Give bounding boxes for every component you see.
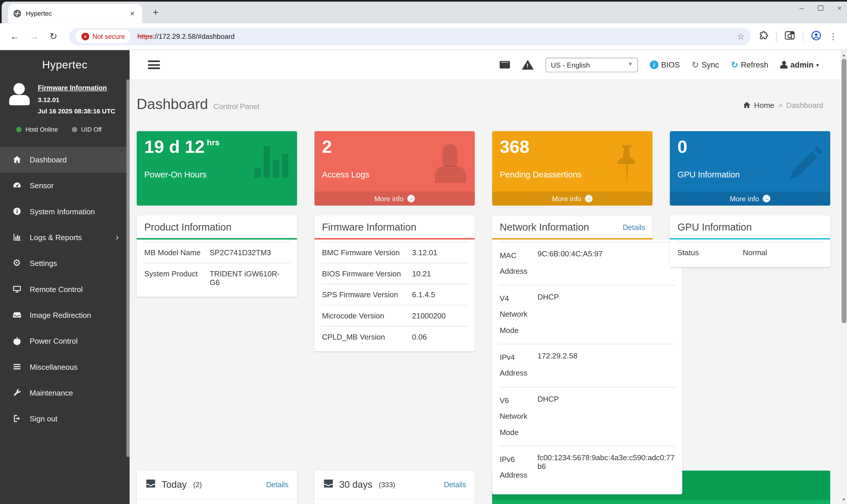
sidebar-item-sign-out[interactable]: Sign out: [0, 406, 130, 432]
firmware-information-link[interactable]: Firmware Information: [38, 82, 115, 94]
panel-title: Network Information: [500, 221, 589, 233]
not-secure-chip[interactable]: × Not secure: [76, 30, 131, 43]
refresh-button[interactable]: ↻ Refresh: [731, 60, 768, 70]
inbox-icon: [145, 479, 156, 491]
user-menu[interactable]: admin ▾: [780, 60, 819, 69]
sensor-status-message: All sensors are good now!: [492, 500, 830, 504]
chevron-right-icon: ›: [116, 232, 119, 243]
language-select[interactable]: US - English ▼: [546, 57, 638, 72]
sidebar-item-sensor[interactable]: Sensor: [0, 173, 130, 198]
scrollbar-thumb[interactable]: [841, 59, 846, 323]
tab-title: Hypertec: [26, 10, 128, 17]
sidebar-item-label: Miscellaneous: [30, 362, 77, 371]
product-information-panel: Product Information MB Model NameSP2C741…: [137, 215, 297, 297]
today-events-card: Today (2) Details: [137, 471, 297, 504]
app-topbar: ! US - English ▼ i BIOS ↻ Sync ↻: [130, 50, 847, 80]
breadcrumb: Home > Dashboard: [743, 101, 823, 109]
bookmark-star-icon[interactable]: ☆: [737, 32, 744, 41]
window-minimize-button[interactable]: –: [799, 3, 804, 13]
sync-button[interactable]: ↻ Sync: [692, 60, 719, 70]
forward-button[interactable]: →: [26, 29, 42, 44]
more-info-link[interactable]: More info →: [492, 192, 653, 205]
home-icon: [12, 155, 21, 164]
url-text: https://172.29.2.58/#dashboard: [138, 33, 235, 41]
gpu-information-panel: GPU Information StatusNormal: [670, 215, 830, 267]
hamburger-menu-icon[interactable]: [148, 60, 160, 69]
sidebar-item-label: System Information: [30, 207, 94, 216]
toolbar-divider: [776, 32, 777, 41]
url-scheme: https: [138, 33, 153, 41]
breadcrumb-separator: >: [778, 101, 782, 109]
scroll-up-arrow-icon[interactable]: ▲: [841, 51, 847, 58]
window-maximize-button[interactable]: [818, 5, 823, 11]
more-info-link[interactable]: More info →: [670, 192, 830, 205]
sidebar-item-image-redirection[interactable]: Image Redirection: [0, 302, 130, 328]
profile-icon[interactable]: [811, 30, 822, 43]
bios-button[interactable]: i BIOS: [650, 60, 680, 69]
reload-button[interactable]: ↻: [45, 29, 62, 44]
panel-title: Product Information: [144, 221, 231, 233]
back-button[interactable]: ←: [6, 29, 23, 44]
not-secure-label: Not secure: [92, 33, 125, 40]
firmware-version: 3.12.01: [38, 94, 115, 106]
card-count: (333): [379, 481, 395, 489]
host-online-dot-icon: [16, 127, 22, 132]
sidebar-item-miscellaneous[interactable]: Miscellaneous: [0, 354, 130, 380]
table-row: CPLD_MB Version0.06: [321, 326, 468, 347]
firmware-information-panel: Firmware Information BMC Firmware Versio…: [314, 215, 475, 352]
more-info-link[interactable]: More info →: [314, 192, 475, 205]
sidebar-item-label: Maintenance: [30, 388, 73, 397]
today-details-link[interactable]: Details: [266, 481, 289, 489]
page-scrollbar[interactable]: ▲ ▼: [841, 50, 847, 504]
browser-toolbar: ← → ↻ × Not secure https://172.29.2.58/#…: [0, 23, 847, 50]
breadcrumb-home-link[interactable]: Home: [743, 101, 774, 109]
window-close-button[interactable]: ×: [837, 3, 842, 13]
messages-icon[interactable]: [500, 61, 510, 69]
panel-title: GPU Information: [677, 221, 752, 233]
page-title: Dashboard: [137, 96, 208, 113]
caret-down-icon: ▾: [816, 62, 819, 68]
table-row: BIOS Firmware Version10.21: [321, 263, 468, 284]
network-details-link[interactable]: Details: [623, 223, 645, 231]
host-status: Host Online: [16, 126, 58, 132]
sidebar-item-remote-control[interactable]: Remote Control: [0, 276, 130, 302]
sidebar-item-maintenance[interactable]: Maintenance: [0, 380, 130, 406]
extensions-icon[interactable]: [759, 30, 768, 43]
browser-tab[interactable]: Hypertec ×: [8, 4, 142, 23]
product-information-table: MB Model NameSP2C741D32TM3 System Produc…: [143, 242, 291, 293]
sidebar-item-settings[interactable]: ⚙ Settings: [0, 250, 130, 276]
table-row: IPv4 Address172.29.2.58: [499, 344, 676, 386]
scroll-down-arrow-icon[interactable]: ▼: [841, 496, 847, 503]
browser-menu-icon[interactable]: ⋮: [829, 32, 837, 41]
user-icon: [780, 60, 788, 69]
thirty-days-details-link[interactable]: Details: [444, 481, 466, 489]
card-label: Access Logs: [322, 170, 369, 180]
wrench-icon: [12, 388, 21, 397]
sidebar-item-label: Remote Control: [30, 285, 83, 293]
language-select-control[interactable]: US - English: [546, 57, 638, 72]
alerts-warning-icon[interactable]: !: [522, 60, 534, 70]
card-label: GPU Information: [677, 170, 740, 180]
sidebar-item-dashboard[interactable]: Dashboard: [0, 147, 130, 173]
tab-close-icon[interactable]: ×: [128, 9, 137, 18]
search-tabs-icon[interactable]: [784, 31, 795, 42]
list-icon: [12, 362, 21, 372]
sidebar-scrollbar[interactable]: [126, 79, 129, 457]
thirty-days-events-card: 30 days (333) Details: [314, 471, 475, 504]
sidebar-item-system-information[interactable]: System Information: [0, 198, 130, 224]
table-row: V6 Network ModeDHCP: [499, 387, 676, 446]
pushpin-icon: [609, 144, 644, 186]
gauge-icon: [12, 181, 21, 190]
sidebar-item-power-control[interactable]: Power Control: [0, 328, 130, 354]
address-bar[interactable]: × Not secure https://172.29.2.58/#dashbo…: [69, 28, 751, 45]
card-value: 368: [500, 137, 529, 157]
sidebar-item-logs-reports[interactable]: Logs & Reports ›: [0, 224, 130, 250]
power-icon: [12, 336, 21, 346]
card-title: 30 days: [339, 479, 373, 490]
card-value: 0: [677, 137, 687, 157]
table-row: MB Model NameSP2C741D32TM3: [143, 242, 291, 263]
bottom-row: Today (2) Details 30 days (333) Details: [137, 471, 830, 504]
sign-out-icon: [12, 414, 21, 424]
new-tab-button[interactable]: +: [149, 6, 162, 19]
browser-tab-strip: Hypertec × + – ×: [0, 0, 847, 23]
